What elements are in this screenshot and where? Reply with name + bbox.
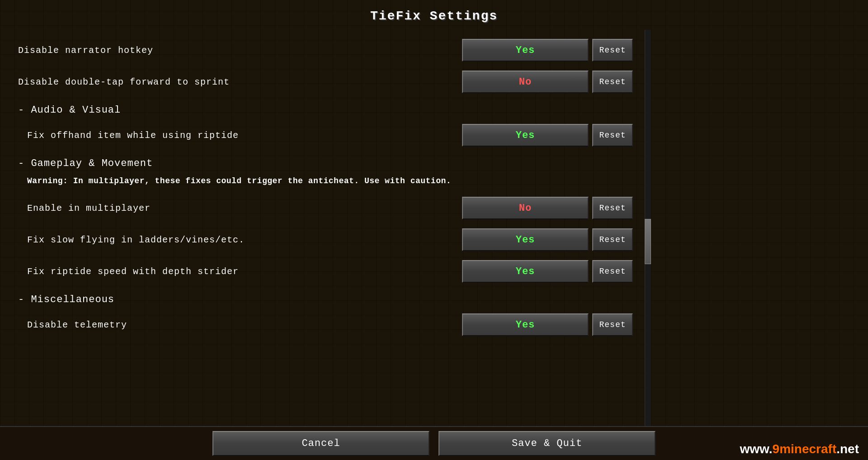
setting-row-offhand: Fix offhand item while using riptide Yes… <box>9 119 642 151</box>
watermark-minecraft: minecraft <box>779 442 836 456</box>
multiplayer-controls: No Reset <box>462 197 633 219</box>
narrator-hotkey-label: Disable narrator hotkey <box>18 45 462 56</box>
slow-flying-reset-label: Reset <box>599 235 626 244</box>
telemetry-reset-button[interactable]: Reset <box>592 313 633 336</box>
double-tap-label: Disable double-tap forward to sprint <box>18 77 462 87</box>
section-misc-header[interactable]: - Miscellaneous <box>9 287 642 309</box>
multiplayer-value: No <box>519 203 532 214</box>
offhand-controls: Yes Reset <box>462 124 633 147</box>
narrator-hotkey-value-button[interactable]: Yes <box>462 39 589 62</box>
setting-row-multiplayer: Enable in multiplayer No Reset <box>9 192 642 224</box>
riptide-speed-reset-label: Reset <box>599 267 626 276</box>
double-tap-value-button[interactable]: No <box>462 71 589 93</box>
save-quit-label: Save & Quit <box>512 438 582 449</box>
slow-flying-reset-button[interactable]: Reset <box>592 228 633 251</box>
section-misc-label: Miscellaneous <box>31 294 114 305</box>
double-tap-reset-label: Reset <box>599 77 626 86</box>
cancel-label: Cancel <box>302 438 340 449</box>
watermark-9: 9 <box>773 442 780 456</box>
riptide-speed-label: Fix riptide speed with depth strider <box>18 266 462 277</box>
section-audio-visual-collapse-icon: - <box>18 104 31 116</box>
multiplayer-value-button[interactable]: No <box>462 197 589 219</box>
offhand-reset-button[interactable]: Reset <box>592 124 633 147</box>
section-misc-collapse-icon: - <box>18 294 31 305</box>
setting-row-telemetry: Disable telemetry Yes Reset <box>9 309 642 341</box>
multiplayer-label: Enable in multiplayer <box>18 203 462 213</box>
offhand-label: Fix offhand item while using riptide <box>18 130 462 141</box>
setting-row-narrator: Disable narrator hotkey Yes Reset <box>9 34 642 66</box>
riptide-speed-value-button[interactable]: Yes <box>462 260 589 283</box>
bottom-bar: Cancel Save & Quit www.9minecraft.net <box>0 426 868 460</box>
scrollbar-handle[interactable] <box>645 219 651 264</box>
narrator-hotkey-reset-label: Reset <box>599 46 626 55</box>
scrollbar-container[interactable] <box>645 30 651 426</box>
riptide-speed-reset-button[interactable]: Reset <box>592 260 633 283</box>
narrator-hotkey-controls: Yes Reset <box>462 39 633 62</box>
offhand-value: Yes <box>516 130 535 141</box>
slow-flying-label: Fix slow flying in ladders/vines/etc. <box>18 235 462 245</box>
setting-row-double-tap: Disable double-tap forward to sprint No … <box>9 66 642 98</box>
slow-flying-value-button[interactable]: Yes <box>462 228 589 251</box>
slow-flying-controls: Yes Reset <box>462 228 633 251</box>
gameplay-warning: Warning: In multiplayer, these fixes cou… <box>9 173 642 192</box>
section-audio-visual-header[interactable]: - Audio & Visual <box>9 98 642 119</box>
watermark-www: www. <box>740 442 773 456</box>
double-tap-value: No <box>519 76 532 88</box>
page-title: TieFix Settings <box>0 0 868 30</box>
main-wrapper: TieFix Settings Disable narrator hotkey … <box>0 0 868 460</box>
multiplayer-reset-label: Reset <box>599 204 626 213</box>
content-area[interactable]: Disable narrator hotkey Yes Reset Disabl… <box>0 30 651 426</box>
telemetry-reset-label: Reset <box>599 320 626 329</box>
bottom-buttons: Cancel Save & Quit <box>0 431 868 456</box>
section-gameplay-label: Gameplay & Movement <box>31 158 153 169</box>
telemetry-value: Yes <box>516 319 535 331</box>
section-gameplay-header[interactable]: - Gameplay & Movement <box>9 151 642 173</box>
slow-flying-value: Yes <box>516 234 535 246</box>
setting-row-riptide-speed: Fix riptide speed with depth strider Yes… <box>9 256 642 287</box>
watermark: www.9minecraft.net <box>740 442 859 456</box>
watermark-net: .net <box>836 442 859 456</box>
telemetry-label: Disable telemetry <box>18 320 462 330</box>
double-tap-reset-button[interactable]: Reset <box>592 71 633 93</box>
riptide-speed-value: Yes <box>516 266 535 277</box>
offhand-reset-label: Reset <box>599 131 626 140</box>
multiplayer-reset-button[interactable]: Reset <box>592 197 633 219</box>
double-tap-controls: No Reset <box>462 71 633 93</box>
riptide-speed-controls: Yes Reset <box>462 260 633 283</box>
section-audio-visual-label: Audio & Visual <box>31 104 121 116</box>
offhand-value-button[interactable]: Yes <box>462 124 589 147</box>
telemetry-controls: Yes Reset <box>462 313 633 336</box>
save-quit-button[interactable]: Save & Quit <box>439 431 656 456</box>
narrator-hotkey-value: Yes <box>516 45 535 56</box>
setting-row-slow-flying: Fix slow flying in ladders/vines/etc. Ye… <box>9 224 642 256</box>
cancel-button[interactable]: Cancel <box>212 431 429 456</box>
section-gameplay-collapse-icon: - <box>18 158 31 169</box>
narrator-hotkey-reset-button[interactable]: Reset <box>592 39 633 62</box>
telemetry-value-button[interactable]: Yes <box>462 313 589 336</box>
